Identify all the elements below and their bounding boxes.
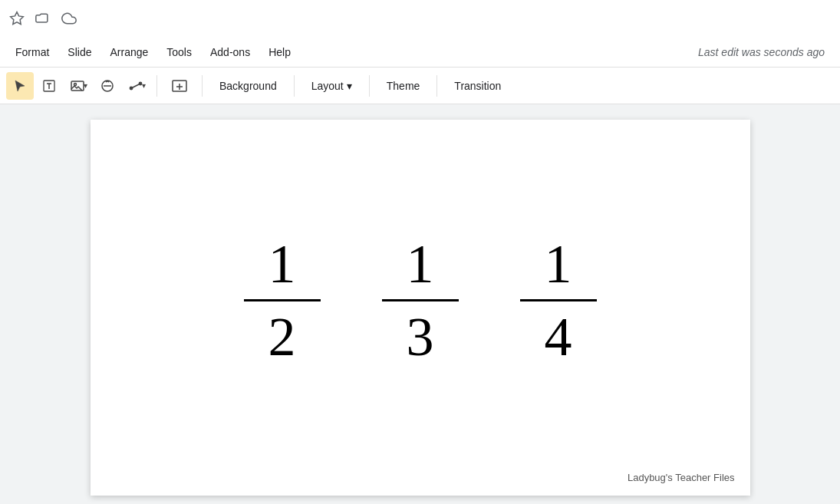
title-bar [0,0,840,37]
menu-addons[interactable]: Add-ons [201,41,259,63]
toolbar-separator-2 [202,75,203,97]
cursor-tool-button[interactable] [6,72,34,100]
layout-button[interactable]: Layout ▾ [301,74,363,98]
shapes-tool-button[interactable] [94,72,121,100]
fractions-container: 1 2 1 3 1 4 [244,236,597,364]
menu-bar: Format Slide Arrange Tools Add-ons Help … [0,37,840,68]
star-icon[interactable] [9,11,25,26]
text-tool-button[interactable] [35,72,63,100]
image-tool-button[interactable]: ▾ [64,72,92,100]
svg-rect-4 [71,81,84,91]
svg-marker-0 [11,12,24,25]
main-area: 1 2 1 3 1 4 Ladybug's Teacher Files [0,104,840,504]
layout-label: Layout [311,80,344,92]
fraction-1: 1 2 [244,236,321,364]
toolbar-separator-3 [294,75,295,97]
toolbar-separator-1 [156,75,157,97]
toolbar-separator-5 [436,75,437,97]
fraction-2: 1 3 [382,236,459,364]
theme-button[interactable]: Theme [376,74,431,98]
layout-chevron: ▾ [347,80,352,92]
toolbar: ▾ ▾ Background Layout ▾ Th [0,68,840,104]
cloud-icon[interactable] [61,11,77,26]
menu-format[interactable]: Format [6,41,58,63]
fraction-1-numerator: 1 [268,236,296,299]
fraction-1-denominator: 2 [268,301,296,364]
new-slide-button[interactable] [163,72,196,100]
last-edit-status: Last edit was seconds ago [698,46,834,58]
fraction-3-denominator: 4 [545,301,572,364]
folder-icon[interactable] [35,11,51,26]
menu-arrange[interactable]: Arrange [100,41,157,63]
fraction-2-denominator: 3 [407,301,434,364]
menu-help[interactable]: Help [259,41,300,63]
svg-point-9 [130,87,132,89]
background-button[interactable]: Background [209,74,288,98]
fraction-3: 1 4 [520,236,597,364]
line-tool-button[interactable]: ▾ [123,72,150,100]
menu-slide[interactable]: Slide [58,41,100,63]
watermark-text: Ladybug's Teacher Files [628,472,735,483]
transition-button[interactable]: Transition [443,74,512,98]
slide-canvas[interactable]: 1 2 1 3 1 4 Ladybug's Teacher Files [91,120,750,496]
menu-tools[interactable]: Tools [157,41,201,63]
toolbar-separator-4 [369,75,370,97]
fraction-2-numerator: 1 [407,236,434,299]
fraction-3-numerator: 1 [545,236,572,299]
